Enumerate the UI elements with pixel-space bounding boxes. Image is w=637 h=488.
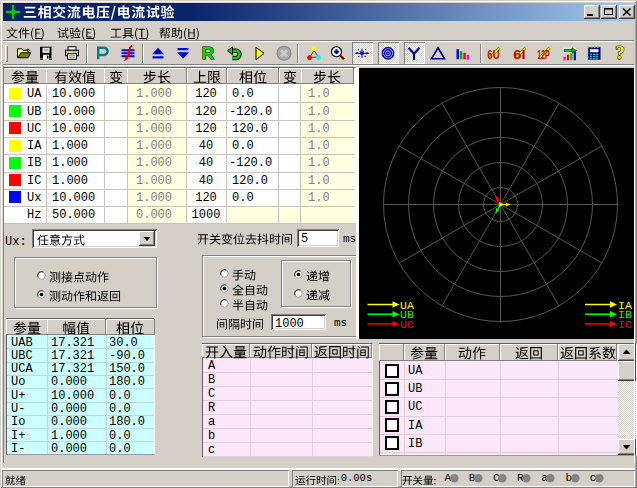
- svg-text:6U: 6U: [487, 47, 500, 62]
- svg-text:6I: 6I: [513, 47, 526, 62]
- svg-text:R: R: [202, 45, 214, 62]
- svg-text:IC: IC: [618, 318, 632, 331]
- svg-text:UC: UC: [400, 318, 414, 331]
- svg-text:12P: 12P: [537, 48, 550, 62]
- svg-text:?: ?: [615, 45, 625, 62]
